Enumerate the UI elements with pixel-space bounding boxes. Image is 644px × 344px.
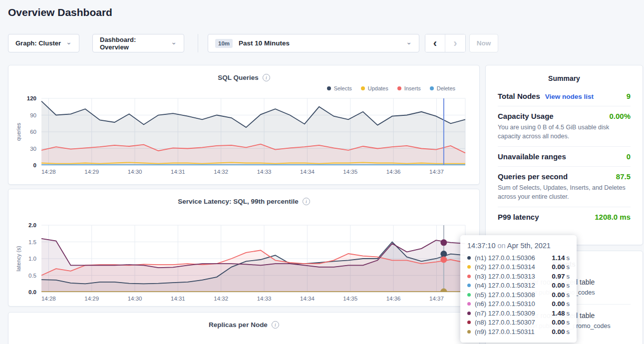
time-range-label: Past 10 Minutes <box>239 39 290 47</box>
svg-text:1.0: 1.0 <box>28 256 36 262</box>
next-range-button[interactable]: › <box>445 34 465 52</box>
tooltip-series-dot <box>467 275 471 278</box>
tooltip-series-unit: s <box>567 328 570 336</box>
tooltip-series-value: 0.00 <box>552 291 565 299</box>
sql-queries-panel: SQL Queries i SelectsUpdatesInsertsDelet… <box>8 65 480 185</box>
tooltip-series-dot <box>467 256 471 260</box>
svg-text:14:34: 14:34 <box>300 296 315 302</box>
tooltip-row: (n9) 127.0.0.1:503110.00s <box>467 327 570 337</box>
tooltip-series-dot <box>467 302 471 306</box>
svg-text:14:35: 14:35 <box>343 296 357 302</box>
svg-text:90: 90 <box>30 112 36 118</box>
summary-label: Total Nodes <box>498 92 540 100</box>
tooltip-series-value: 0.00 <box>552 328 565 336</box>
chart-title: SQL Queries <box>218 74 259 81</box>
svg-text:14:28: 14:28 <box>41 296 56 302</box>
svg-text:14:36: 14:36 <box>386 296 401 302</box>
svg-text:14:29: 14:29 <box>84 296 99 302</box>
svg-text:14:32: 14:32 <box>214 169 228 175</box>
svg-text:14:33: 14:33 <box>257 296 272 302</box>
summary-row-header: P99 latency1208.0 ms <box>498 213 631 221</box>
summary-row-header: Unavailable ranges0 <box>498 152 631 161</box>
svg-text:0.5: 0.5 <box>28 273 36 279</box>
now-button[interactable]: Now <box>469 34 498 52</box>
tooltip-series-dot <box>467 293 471 297</box>
legend-swatch <box>397 86 401 90</box>
tooltip-date: Apr 5th, 2021 <box>507 242 551 250</box>
tooltip-series-dot <box>467 321 471 324</box>
summary-row-header: Queries per second87.5 <box>498 172 631 181</box>
info-icon[interactable]: i <box>303 198 310 205</box>
summary-link[interactable]: View nodes list <box>545 93 594 100</box>
summary-value: 1208.0 ms <box>595 213 631 221</box>
graph-dropdown[interactable]: Graph: Cluster ⌄ <box>8 34 79 52</box>
legend-item: Deletes <box>430 85 455 91</box>
legend-item: Updates <box>361 85 388 91</box>
svg-text:queries: queries <box>15 122 21 141</box>
tooltip-series-unit: s <box>567 282 570 289</box>
tooltip-series-dot <box>467 312 471 315</box>
summary-value: 0 <box>627 152 631 161</box>
tooltip-series-unit: s <box>567 273 570 280</box>
chevron-left-icon: ‹ <box>433 37 437 50</box>
service-latency-panel: Service Latency: SQL, 99th percentile i … <box>8 189 480 307</box>
summary-panel: Summary Total NodesView nodes list9Capac… <box>485 65 643 245</box>
svg-text:120: 120 <box>27 95 36 101</box>
tooltip-series-dot <box>467 330 471 334</box>
svg-text:14:37: 14:37 <box>429 169 444 175</box>
time-range-selector[interactable]: 10m Past 10 Minutes ⌄ <box>208 34 419 52</box>
svg-text:14:34: 14:34 <box>300 169 315 175</box>
summary-title: Summary <box>498 74 631 82</box>
summary-row: P99 latency1208.0 ms <box>498 207 631 227</box>
legend-label: Updates <box>368 85 388 91</box>
chart-title: Replicas per Node <box>209 321 268 329</box>
tooltip-series-dot <box>467 265 471 269</box>
service-latency-chart[interactable]: 0.00.51.01.52.014:2814:2914:3014:3114:32… <box>8 221 479 307</box>
tooltip-series-label: (n1) 127.0.0.1:50306 <box>475 254 535 262</box>
legend-item: Selects <box>327 85 352 91</box>
svg-text:14:30: 14:30 <box>128 169 142 175</box>
hover-tooltip: 14:37:10 on Apr 5th, 2021 (n1) 127.0.0.1… <box>460 235 577 343</box>
svg-text:14:29: 14:29 <box>84 169 99 175</box>
info-icon[interactable]: i <box>263 74 270 81</box>
sql-queries-chart[interactable]: 030609012014:2814:2914:3014:3114:3214:33… <box>8 94 479 180</box>
tooltip-series-unit: s <box>567 263 570 271</box>
tooltip-series-label: (n5) 127.0.0.1:50308 <box>475 291 535 299</box>
summary-label: Capacity Usage <box>498 112 554 120</box>
info-icon[interactable]: i <box>272 321 279 329</box>
svg-text:0: 0 <box>33 162 36 168</box>
tooltip-series-unit: s <box>567 300 570 308</box>
summary-row: Unavailable ranges0 <box>498 146 631 166</box>
dashboard-dropdown[interactable]: Dashboard: Overview ⌄ <box>92 34 184 52</box>
svg-text:14:32: 14:32 <box>214 296 228 302</box>
tooltip-series-value: 0.97 <box>552 273 565 280</box>
chevron-down-icon: ⌄ <box>66 40 72 44</box>
summary-row: Total NodesView nodes list9 <box>498 86 631 106</box>
tooltip-row: (n6) 127.0.0.1:503100.00s <box>467 300 570 309</box>
tooltip-series-label: (n4) 127.0.0.1:50312 <box>475 282 535 289</box>
tooltip-series-unit: s <box>567 291 570 299</box>
tooltip-series-dot <box>467 284 471 287</box>
tooltip-series-label: (n6) 127.0.0.1:50310 <box>475 300 535 308</box>
tooltip-row: (n3) 127.0.0.1:503130.97s <box>467 272 570 281</box>
dashboard-dropdown-label: Dashboard: Overview <box>100 36 166 51</box>
legend-label: Inserts <box>404 85 421 91</box>
legend-item: Inserts <box>397 85 421 91</box>
tooltip-row: (n7) 127.0.0.1:503091.48s <box>467 309 570 318</box>
svg-text:60: 60 <box>30 129 36 135</box>
legend-swatch <box>430 86 434 90</box>
legend-label: Selects <box>334 85 352 91</box>
chevron-down-icon: ⌄ <box>406 40 412 44</box>
summary-label: Queries per second <box>498 172 568 181</box>
legend-label: Deletes <box>437 85 455 91</box>
tooltip-series-value: 0.00 <box>552 319 565 326</box>
prev-range-button[interactable]: ‹ <box>425 34 445 52</box>
graph-dropdown-label: Graph: Cluster <box>15 39 61 47</box>
tooltip-series-label: (n2) 127.0.0.1:50314 <box>475 263 535 271</box>
tooltip-series-value: 0.00 <box>552 263 565 271</box>
summary-description: Sum of Selects, Updates, Inserts, and De… <box>498 184 631 201</box>
tooltip-time: 14:37:10 <box>467 242 495 250</box>
svg-text:14:36: 14:36 <box>386 169 401 175</box>
legend-swatch <box>361 86 365 90</box>
summary-value: 0.00% <box>609 112 631 120</box>
